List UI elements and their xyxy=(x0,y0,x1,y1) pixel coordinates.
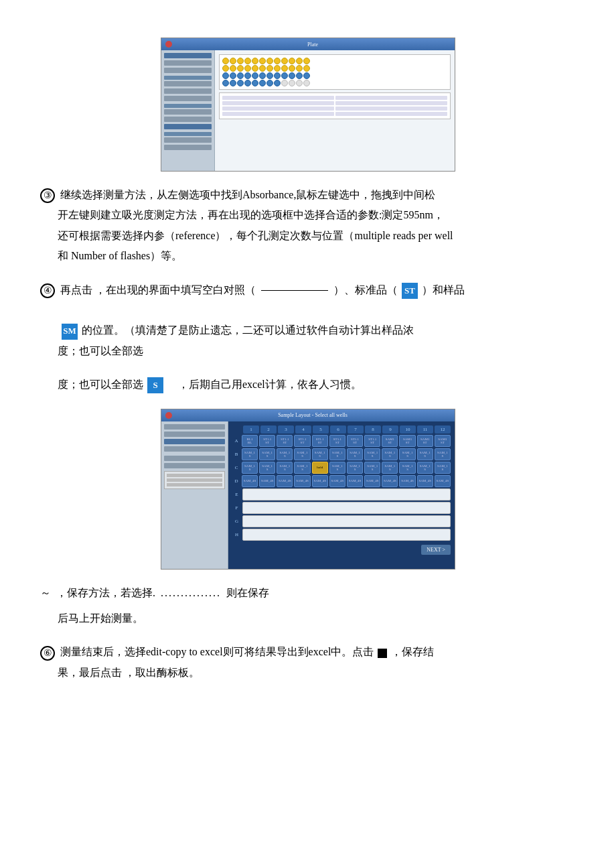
cell-C1: SAM_1S xyxy=(242,462,258,474)
well-4-10 xyxy=(289,80,295,86)
col-6: 6 xyxy=(330,425,346,434)
sb2-item-5 xyxy=(164,456,225,461)
well-3-7 xyxy=(266,72,273,79)
param-row-2 xyxy=(335,96,447,100)
well-3-5 xyxy=(252,72,258,79)
well-1-7 xyxy=(266,58,273,64)
cell-B5: SAM_1S xyxy=(312,448,328,460)
sub-dialog xyxy=(164,471,225,489)
col-10: 10 xyxy=(400,425,416,434)
sub-d-row2 xyxy=(167,478,222,482)
col-numbers-row: 1 2 3 4 5 6 7 8 9 10 11 12 xyxy=(232,425,451,434)
cell-A5: ST1.1ST xyxy=(312,435,328,447)
param-row-8 xyxy=(335,112,447,116)
next-button[interactable]: NEXT > xyxy=(421,545,451,555)
cell-B10: SAM_1S xyxy=(399,448,415,460)
well-1-11 xyxy=(296,58,303,64)
cell-B12: SAM_1S xyxy=(435,448,451,460)
screenshot-1: Plate xyxy=(161,38,455,172)
cell-D10: SAM_4S xyxy=(399,475,415,487)
cell-C9: SAM_1S xyxy=(382,462,398,474)
title-bar-2: Sample Layout - Select all wells xyxy=(161,409,455,421)
well-4-4 xyxy=(244,80,251,86)
sidebar-group-3 xyxy=(164,132,212,136)
col-4: 4 xyxy=(295,425,311,434)
col-5: 5 xyxy=(313,425,329,434)
step-4-text6: ，后期自己用excel计算，依各人习惯。 xyxy=(167,379,362,390)
sb2-item-4 xyxy=(164,446,225,452)
step-3-text4: 和 Number of flashes）等。 xyxy=(40,246,576,266)
blank-space xyxy=(261,290,328,291)
well-1-10 xyxy=(289,58,295,64)
step-4-text3: ）和样品 xyxy=(422,284,465,295)
cell-C7: SAM_1S xyxy=(347,462,363,474)
sb2-item-1 xyxy=(164,424,225,430)
title-text: Plate xyxy=(175,42,451,48)
cell-D11: SAM_4S xyxy=(417,475,433,487)
well-3-2 xyxy=(230,72,236,79)
well-1-9 xyxy=(281,58,288,64)
param-row-1 xyxy=(222,96,334,100)
step-4-text1: 再点击 ，在出现的界面中填写空白对照（ xyxy=(60,284,256,295)
save-icon xyxy=(378,649,387,658)
well-2-1 xyxy=(222,65,229,72)
sidebar-group-2 xyxy=(164,104,212,108)
s-badge: S xyxy=(147,377,163,393)
sidebar-item-11 xyxy=(164,145,212,150)
col-7: 7 xyxy=(348,425,364,434)
cell-C6: SAM_1S xyxy=(329,462,345,474)
well-2-12 xyxy=(303,65,310,72)
well-2-5 xyxy=(252,65,258,72)
param-row-7 xyxy=(222,112,334,116)
cell-C11: SAM_1S xyxy=(417,462,433,474)
step-6-text2: ，保存结 xyxy=(391,646,434,657)
plate-row-B: B SAM_1S SAM_1S SAM_1S SAM_1S SAM_1S SAM… xyxy=(232,448,451,460)
close-btn-2 xyxy=(165,412,172,419)
well-1-1 xyxy=(222,58,229,64)
cell-D3: SAM_4S xyxy=(277,475,293,487)
close-btn xyxy=(165,41,172,48)
well-2-2 xyxy=(230,65,236,72)
sb2-item-6 xyxy=(164,463,225,468)
row-label-G: G xyxy=(232,519,241,524)
well-4-9 xyxy=(281,80,288,86)
row-G-empty xyxy=(242,515,451,527)
step-3-number: ③ xyxy=(40,188,55,203)
cell-B3: SAM_1S xyxy=(277,448,293,460)
cell-D8: SAM_4S xyxy=(364,475,380,487)
cell-C2: SAM_1S xyxy=(259,462,275,474)
screenshot-2-container: Sample Layout - Select all wells xyxy=(40,409,576,570)
cell-B6: SAM_1S xyxy=(329,448,345,460)
col-3: 3 xyxy=(278,425,294,434)
plate-row-C: C SAM_1S SAM_1S SAM_1S SAM_1S hold SAM_1… xyxy=(232,462,451,474)
cell-D4: SAM_4S xyxy=(294,475,310,487)
cell-D12: SAM_4S xyxy=(435,475,451,487)
cell-D9: SAM_4S xyxy=(382,475,398,487)
plate-area xyxy=(219,54,451,90)
cell-B11: SAM_1S xyxy=(417,448,433,460)
well-2-11 xyxy=(296,65,303,72)
row-H-empty xyxy=(242,529,451,541)
cell-A11: SAM1ST xyxy=(417,435,433,447)
cell-A1: BL1BL xyxy=(242,435,258,447)
cell-C4: SAM_1S xyxy=(294,462,310,474)
sidebar-item-10 xyxy=(164,137,212,143)
row-label-H: H xyxy=(232,532,241,537)
sidebar-1 xyxy=(161,50,215,171)
sub-d-row1 xyxy=(167,474,222,477)
col-11: 11 xyxy=(417,425,433,434)
sidebar-item-7 xyxy=(164,109,212,115)
well-1-8 xyxy=(274,58,281,64)
well-3-4 xyxy=(244,72,251,79)
step-3-text1: 继续选择测量方法，从左侧选项中找到Absorbance,鼠标左键选中，拖拽到中间… xyxy=(60,189,435,200)
main-content-1 xyxy=(215,50,455,171)
cell-B4: SAM_1S xyxy=(294,448,310,460)
step-4-paragraph: ④ 再点击 ，在出现的界面中填写空白对照（ ）、标准品（ ST ）和样品 SM … xyxy=(40,280,576,362)
cell-B1: SAM_1S xyxy=(242,448,258,460)
sidebar-item-5 xyxy=(164,88,212,94)
st-badge: ST xyxy=(402,283,418,299)
cell-A8: ST1.1ST xyxy=(364,435,380,447)
row-label-B: B xyxy=(232,452,240,457)
well-2-10 xyxy=(289,65,295,72)
plate-row-G: G xyxy=(232,515,451,527)
